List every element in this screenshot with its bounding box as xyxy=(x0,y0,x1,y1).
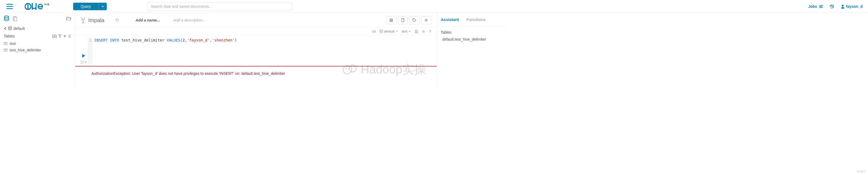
table-item-test[interactable]: test xyxy=(0,40,75,47)
svg-point-7 xyxy=(819,6,821,7)
search-container xyxy=(147,2,292,11)
refresh-tables-icon[interactable] xyxy=(68,34,71,38)
svg-rect-5 xyxy=(48,3,49,5)
code-editor[interactable]: 1 INSERT INTO test_hive_delimiter VALUES… xyxy=(88,37,431,64)
database-icon xyxy=(380,30,383,33)
breadcrumb-back-icon[interactable] xyxy=(4,27,6,30)
editor-header: Impala Add a name... Add a description..… xyxy=(75,13,437,28)
breadcrumb: default xyxy=(0,24,75,33)
top-bar: Query Jobs fayson_d xyxy=(0,0,868,13)
table-icon xyxy=(4,49,7,52)
tag-button[interactable] xyxy=(409,16,420,24)
user-icon xyxy=(841,4,845,9)
filter-icon[interactable] xyxy=(58,34,62,38)
tables-actions xyxy=(58,34,71,38)
hue-logo[interactable] xyxy=(25,2,52,10)
save-button[interactable] xyxy=(386,16,396,24)
tables-count: (2) xyxy=(52,34,57,38)
svg-rect-2 xyxy=(44,3,45,5)
assistant-table-item[interactable]: default.test_hive_delimiter xyxy=(437,36,506,42)
right-tabs: Assistant Functions xyxy=(437,13,506,26)
run-button[interactable] xyxy=(82,54,86,58)
table-item-test-hive-delimiter[interactable]: test_hive_delimiter xyxy=(0,47,75,53)
new-file-button[interactable] xyxy=(398,16,408,24)
exec-time: 0s xyxy=(372,29,376,33)
format-selector[interactable]: text ▼ xyxy=(402,29,411,33)
table-name: test_hive_delimiter xyxy=(10,48,41,52)
folder-open-icon[interactable] xyxy=(66,16,71,21)
chevron-down-icon: ▼ xyxy=(85,61,87,63)
svg-rect-3 xyxy=(45,3,46,5)
help-icon[interactable]: ? xyxy=(429,29,431,33)
svg-point-19 xyxy=(423,31,424,32)
gear-icon[interactable] xyxy=(422,30,425,33)
svg-point-8 xyxy=(821,7,822,8)
svg-point-6 xyxy=(821,5,822,6)
username-label: fayson_d xyxy=(846,4,863,9)
search-input[interactable] xyxy=(147,2,292,11)
center-area: Impala Add a name... Add a description..… xyxy=(75,13,437,88)
jobs-link[interactable]: Jobs xyxy=(808,4,823,9)
svg-point-13 xyxy=(9,27,11,28)
svg-rect-15 xyxy=(4,49,7,52)
query-description-input[interactable]: Add a description... xyxy=(174,18,206,22)
user-link[interactable]: fayson_d xyxy=(841,4,863,9)
svg-point-9 xyxy=(842,5,843,6)
editor-actions xyxy=(386,16,431,24)
code-line: INSERT INTO test_hive_delimiter VALUES(2… xyxy=(93,37,239,64)
spacer xyxy=(506,13,868,88)
status-row: 0s default ▼ text ▼ ? xyxy=(75,28,437,35)
code-area: ▼ 1 INSERT INTO test_hive_delimiter VALU… xyxy=(75,35,437,66)
active-db-label: default xyxy=(384,29,395,33)
engine-label: Impala xyxy=(81,17,104,23)
query-dropdown-button[interactable] xyxy=(98,3,107,10)
tables-heading: Tables xyxy=(4,34,14,38)
top-right-actions: Jobs fayson_d xyxy=(808,4,863,9)
tab-assistant[interactable]: Assistant xyxy=(437,13,463,26)
line-number: 1 xyxy=(88,37,93,64)
svg-point-18 xyxy=(380,30,383,31)
query-name-input[interactable]: Add a name... xyxy=(135,18,160,22)
chevron-down-icon: ▼ xyxy=(396,30,398,33)
refresh-engine-icon[interactable] xyxy=(115,18,119,22)
tab-functions[interactable]: Functions xyxy=(463,13,490,26)
sliders-icon xyxy=(819,5,823,8)
sidebar-top-icons xyxy=(0,13,75,24)
svg-point-17 xyxy=(426,20,427,21)
breadcrumb-db-label[interactable]: default xyxy=(13,26,25,31)
table-icon xyxy=(4,42,7,45)
database-tab-icon[interactable] xyxy=(4,16,9,22)
left-sidebar: default Tables (2) test test_hive_delimi… xyxy=(0,13,75,88)
format-label: text xyxy=(402,29,407,33)
svg-rect-1 xyxy=(27,3,29,9)
query-button-group: Query xyxy=(73,3,107,10)
add-table-icon[interactable] xyxy=(63,34,66,38)
svg-rect-12 xyxy=(14,17,17,21)
error-message: AuthorizationException: User 'fayson_d' … xyxy=(75,66,437,81)
svg-point-16 xyxy=(413,19,414,20)
chevron-down-icon: ▼ xyxy=(408,30,411,33)
execution-controls: ▼ xyxy=(80,37,88,64)
impala-icon xyxy=(81,17,86,23)
database-icon xyxy=(8,26,12,31)
assistant-tables-heading: Tables xyxy=(437,26,506,36)
engine-name: Impala xyxy=(88,17,104,23)
explain-button[interactable]: ▼ xyxy=(81,61,87,64)
right-panel: Assistant Functions Tables default.test_… xyxy=(437,13,506,88)
svg-rect-4 xyxy=(47,3,48,5)
documents-tab-icon[interactable] xyxy=(12,16,18,21)
settings-button[interactable] xyxy=(421,16,431,24)
hamburger-icon[interactable] xyxy=(5,3,14,10)
svg-point-10 xyxy=(4,16,9,18)
document-icon[interactable] xyxy=(415,30,418,33)
query-button[interactable]: Query xyxy=(73,3,98,10)
svg-rect-14 xyxy=(4,42,7,45)
active-db-selector[interactable]: default ▼ xyxy=(380,29,398,33)
table-name: test xyxy=(10,41,16,46)
history-icon[interactable] xyxy=(830,4,834,9)
main-layout: default Tables (2) test test_hive_delimi… xyxy=(0,13,868,88)
tables-header: Tables (2) xyxy=(0,33,75,40)
jobs-label: Jobs xyxy=(808,4,817,9)
